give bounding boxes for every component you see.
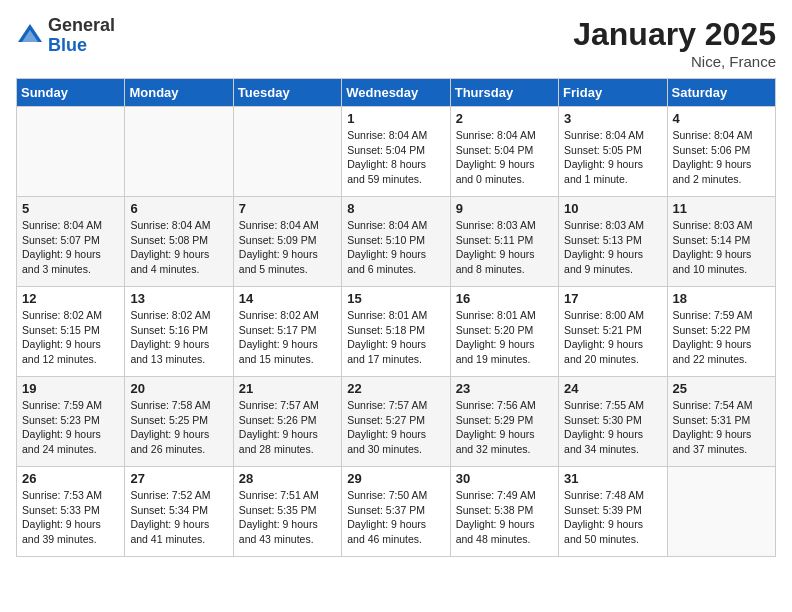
calendar-cell: 30Sunrise: 7:49 AMSunset: 5:38 PMDayligh… xyxy=(450,467,558,557)
weekday-header-row: SundayMondayTuesdayWednesdayThursdayFrid… xyxy=(17,79,776,107)
day-info: Sunrise: 8:04 AMSunset: 5:04 PMDaylight:… xyxy=(347,128,444,187)
calendar-cell: 3Sunrise: 8:04 AMSunset: 5:05 PMDaylight… xyxy=(559,107,667,197)
calendar-week-row: 5Sunrise: 8:04 AMSunset: 5:07 PMDaylight… xyxy=(17,197,776,287)
day-number: 28 xyxy=(239,471,336,486)
calendar-table: SundayMondayTuesdayWednesdayThursdayFrid… xyxy=(16,78,776,557)
weekday-header-saturday: Saturday xyxy=(667,79,775,107)
calendar-cell: 21Sunrise: 7:57 AMSunset: 5:26 PMDayligh… xyxy=(233,377,341,467)
day-info: Sunrise: 8:04 AMSunset: 5:04 PMDaylight:… xyxy=(456,128,553,187)
day-info: Sunrise: 8:03 AMSunset: 5:11 PMDaylight:… xyxy=(456,218,553,277)
calendar-cell xyxy=(125,107,233,197)
day-info: Sunrise: 8:01 AMSunset: 5:20 PMDaylight:… xyxy=(456,308,553,367)
day-number: 24 xyxy=(564,381,661,396)
day-number: 1 xyxy=(347,111,444,126)
day-number: 18 xyxy=(673,291,770,306)
weekday-header-friday: Friday xyxy=(559,79,667,107)
location-subtitle: Nice, France xyxy=(573,53,776,70)
calendar-cell: 16Sunrise: 8:01 AMSunset: 5:20 PMDayligh… xyxy=(450,287,558,377)
logo-general-text: General xyxy=(48,15,115,35)
calendar-cell xyxy=(667,467,775,557)
day-number: 14 xyxy=(239,291,336,306)
day-number: 27 xyxy=(130,471,227,486)
calendar-cell: 1Sunrise: 8:04 AMSunset: 5:04 PMDaylight… xyxy=(342,107,450,197)
page-header: General Blue January 2025 Nice, France xyxy=(16,16,776,70)
title-block: January 2025 Nice, France xyxy=(573,16,776,70)
day-info: Sunrise: 7:51 AMSunset: 5:35 PMDaylight:… xyxy=(239,488,336,547)
calendar-cell: 14Sunrise: 8:02 AMSunset: 5:17 PMDayligh… xyxy=(233,287,341,377)
weekday-header-tuesday: Tuesday xyxy=(233,79,341,107)
day-info: Sunrise: 7:59 AMSunset: 5:23 PMDaylight:… xyxy=(22,398,119,457)
calendar-cell: 29Sunrise: 7:50 AMSunset: 5:37 PMDayligh… xyxy=(342,467,450,557)
day-number: 3 xyxy=(564,111,661,126)
day-number: 8 xyxy=(347,201,444,216)
day-info: Sunrise: 7:48 AMSunset: 5:39 PMDaylight:… xyxy=(564,488,661,547)
calendar-cell: 13Sunrise: 8:02 AMSunset: 5:16 PMDayligh… xyxy=(125,287,233,377)
calendar-cell: 10Sunrise: 8:03 AMSunset: 5:13 PMDayligh… xyxy=(559,197,667,287)
day-info: Sunrise: 8:02 AMSunset: 5:15 PMDaylight:… xyxy=(22,308,119,367)
day-number: 15 xyxy=(347,291,444,306)
calendar-week-row: 19Sunrise: 7:59 AMSunset: 5:23 PMDayligh… xyxy=(17,377,776,467)
day-number: 19 xyxy=(22,381,119,396)
calendar-week-row: 26Sunrise: 7:53 AMSunset: 5:33 PMDayligh… xyxy=(17,467,776,557)
day-info: Sunrise: 7:56 AMSunset: 5:29 PMDaylight:… xyxy=(456,398,553,457)
calendar-cell xyxy=(17,107,125,197)
calendar-cell: 24Sunrise: 7:55 AMSunset: 5:30 PMDayligh… xyxy=(559,377,667,467)
calendar-cell: 9Sunrise: 8:03 AMSunset: 5:11 PMDaylight… xyxy=(450,197,558,287)
day-info: Sunrise: 8:03 AMSunset: 5:14 PMDaylight:… xyxy=(673,218,770,277)
calendar-cell: 17Sunrise: 8:00 AMSunset: 5:21 PMDayligh… xyxy=(559,287,667,377)
calendar-cell: 5Sunrise: 8:04 AMSunset: 5:07 PMDaylight… xyxy=(17,197,125,287)
logo-blue-text: Blue xyxy=(48,35,87,55)
day-number: 16 xyxy=(456,291,553,306)
day-number: 29 xyxy=(347,471,444,486)
calendar-cell: 4Sunrise: 8:04 AMSunset: 5:06 PMDaylight… xyxy=(667,107,775,197)
calendar-cell: 23Sunrise: 7:56 AMSunset: 5:29 PMDayligh… xyxy=(450,377,558,467)
calendar-cell: 2Sunrise: 8:04 AMSunset: 5:04 PMDaylight… xyxy=(450,107,558,197)
day-info: Sunrise: 8:04 AMSunset: 5:10 PMDaylight:… xyxy=(347,218,444,277)
day-number: 9 xyxy=(456,201,553,216)
calendar-cell: 22Sunrise: 7:57 AMSunset: 5:27 PMDayligh… xyxy=(342,377,450,467)
day-info: Sunrise: 7:54 AMSunset: 5:31 PMDaylight:… xyxy=(673,398,770,457)
day-number: 11 xyxy=(673,201,770,216)
day-number: 10 xyxy=(564,201,661,216)
weekday-header-monday: Monday xyxy=(125,79,233,107)
logo: General Blue xyxy=(16,16,115,56)
calendar-cell: 31Sunrise: 7:48 AMSunset: 5:39 PMDayligh… xyxy=(559,467,667,557)
calendar-cell: 11Sunrise: 8:03 AMSunset: 5:14 PMDayligh… xyxy=(667,197,775,287)
day-info: Sunrise: 8:02 AMSunset: 5:17 PMDaylight:… xyxy=(239,308,336,367)
day-info: Sunrise: 8:00 AMSunset: 5:21 PMDaylight:… xyxy=(564,308,661,367)
logo-icon xyxy=(16,22,44,50)
day-info: Sunrise: 8:01 AMSunset: 5:18 PMDaylight:… xyxy=(347,308,444,367)
calendar-cell: 15Sunrise: 8:01 AMSunset: 5:18 PMDayligh… xyxy=(342,287,450,377)
day-info: Sunrise: 7:58 AMSunset: 5:25 PMDaylight:… xyxy=(130,398,227,457)
calendar-cell: 12Sunrise: 8:02 AMSunset: 5:15 PMDayligh… xyxy=(17,287,125,377)
day-number: 2 xyxy=(456,111,553,126)
day-number: 5 xyxy=(22,201,119,216)
weekday-header-thursday: Thursday xyxy=(450,79,558,107)
day-info: Sunrise: 7:53 AMSunset: 5:33 PMDaylight:… xyxy=(22,488,119,547)
day-number: 20 xyxy=(130,381,227,396)
calendar-week-row: 12Sunrise: 8:02 AMSunset: 5:15 PMDayligh… xyxy=(17,287,776,377)
day-info: Sunrise: 7:49 AMSunset: 5:38 PMDaylight:… xyxy=(456,488,553,547)
day-number: 25 xyxy=(673,381,770,396)
day-info: Sunrise: 7:59 AMSunset: 5:22 PMDaylight:… xyxy=(673,308,770,367)
day-info: Sunrise: 7:52 AMSunset: 5:34 PMDaylight:… xyxy=(130,488,227,547)
day-info: Sunrise: 8:04 AMSunset: 5:09 PMDaylight:… xyxy=(239,218,336,277)
day-info: Sunrise: 8:04 AMSunset: 5:05 PMDaylight:… xyxy=(564,128,661,187)
day-number: 17 xyxy=(564,291,661,306)
calendar-cell: 18Sunrise: 7:59 AMSunset: 5:22 PMDayligh… xyxy=(667,287,775,377)
calendar-cell: 8Sunrise: 8:04 AMSunset: 5:10 PMDaylight… xyxy=(342,197,450,287)
day-number: 13 xyxy=(130,291,227,306)
calendar-cell: 7Sunrise: 8:04 AMSunset: 5:09 PMDaylight… xyxy=(233,197,341,287)
day-info: Sunrise: 7:57 AMSunset: 5:27 PMDaylight:… xyxy=(347,398,444,457)
day-info: Sunrise: 7:50 AMSunset: 5:37 PMDaylight:… xyxy=(347,488,444,547)
day-number: 7 xyxy=(239,201,336,216)
calendar-week-row: 1Sunrise: 8:04 AMSunset: 5:04 PMDaylight… xyxy=(17,107,776,197)
day-info: Sunrise: 8:04 AMSunset: 5:06 PMDaylight:… xyxy=(673,128,770,187)
day-number: 26 xyxy=(22,471,119,486)
day-number: 23 xyxy=(456,381,553,396)
calendar-cell: 26Sunrise: 7:53 AMSunset: 5:33 PMDayligh… xyxy=(17,467,125,557)
day-number: 12 xyxy=(22,291,119,306)
calendar-cell: 28Sunrise: 7:51 AMSunset: 5:35 PMDayligh… xyxy=(233,467,341,557)
day-number: 4 xyxy=(673,111,770,126)
day-number: 6 xyxy=(130,201,227,216)
